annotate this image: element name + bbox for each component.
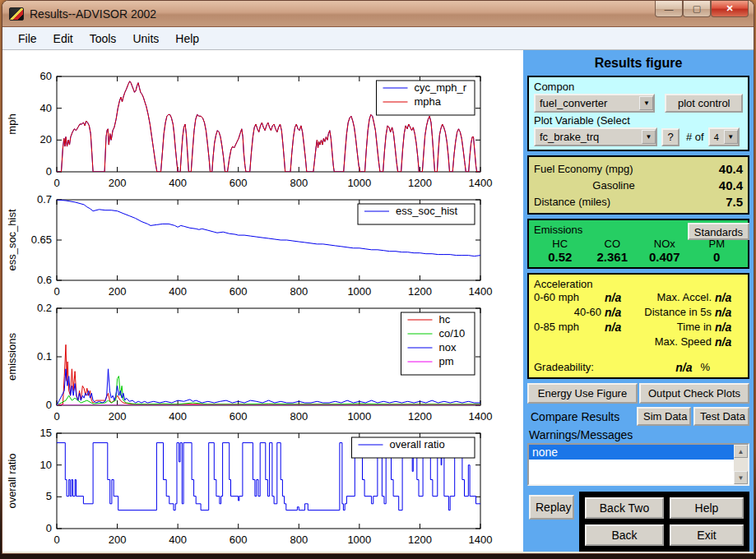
y-axis-label: emissions (6, 333, 18, 381)
y-tick-label: 0 (46, 399, 52, 411)
num-axes-dropdown[interactable]: 4 ▼ (708, 127, 740, 146)
menu-edit[interactable]: Edit (46, 30, 81, 48)
y-axis-label: mph (6, 113, 18, 134)
nox-value: 0.407 (638, 250, 691, 264)
menubar: File Edit Tools Units Help (2, 27, 754, 50)
menu-file[interactable]: File (11, 30, 44, 48)
legend-box (401, 312, 475, 375)
navigation-button-group: Back Two Help Back Exit (579, 492, 749, 552)
x-tick-label: 200 (109, 410, 127, 423)
y-tick-label: 0.1 (37, 350, 52, 363)
titlebar[interactable]: Results--ADVISOR 2002 — ▢ ✕ (2, 1, 754, 27)
x-tick-label: 0 (53, 410, 59, 423)
sim-data-button[interactable]: Sim Data (637, 407, 691, 426)
y-tick-label: 0.65 (31, 233, 52, 246)
x-tick-label: 200 (109, 177, 127, 189)
y-tick-label: 0 (46, 522, 52, 534)
fuel-economy-box: Fuel Economy (mpg) 40.4 Gasoline 40.4 Di… (527, 155, 749, 215)
plot-control-button[interactable]: plot control (665, 94, 743, 113)
time-in-label: Time in (636, 320, 713, 335)
y-tick-label: 20 (40, 133, 52, 146)
x-tick-label: 1400 (469, 410, 493, 423)
x-tick-label: 1200 (408, 534, 432, 546)
nox-label: NOx (638, 238, 691, 250)
legend-entry-label: hc (439, 313, 451, 326)
x-tick-label: 1000 (347, 285, 371, 298)
accel-0-85-label: 0-85 mph (534, 320, 603, 335)
max-accel-value: n/a (713, 290, 743, 305)
standards-button[interactable]: Standards (688, 223, 749, 240)
max-accel-label: Max. Accel. (636, 290, 713, 305)
x-tick-label: 800 (290, 410, 308, 423)
scroll-down-button[interactable]: ▼ (734, 471, 748, 484)
component-value: fuel_converter (540, 97, 607, 109)
x-tick-label: 1400 (469, 177, 493, 189)
y-axis-label: ess_soc_hist (6, 209, 18, 271)
y-tick-label: 0.6 (37, 274, 52, 286)
warning-message-item[interactable]: none (529, 445, 734, 460)
x-tick-label: 1400 (469, 285, 493, 298)
exit-button[interactable]: Exit (670, 524, 744, 546)
legend-entry-label: cyc_mph_r (415, 81, 467, 94)
warnings-listbox[interactable]: none ▲ ▼ (527, 443, 749, 486)
co-value: 2.361 (587, 250, 639, 264)
menu-tools[interactable]: Tools (82, 30, 124, 48)
chevron-down-icon[interactable]: ▼ (639, 96, 653, 110)
component-dropdown[interactable]: fuel_converter ▼ (534, 94, 655, 113)
accel-40-60-label: 40-60 (534, 305, 603, 320)
legend-entry-label: mpha (415, 95, 442, 108)
menu-units[interactable]: Units (125, 30, 166, 48)
scroll-up-button[interactable]: ▲ (734, 445, 748, 458)
legend-entry-label: overall ratio (390, 438, 445, 450)
distance-5s-label: Distance in 5s (636, 305, 713, 320)
energy-use-figure-button[interactable]: Energy Use Figure (527, 383, 638, 404)
compare-results-button[interactable]: Compare Results (527, 410, 637, 423)
x-tick-label: 1000 (347, 177, 371, 189)
output-check-plots-button[interactable]: Output Check Plots (639, 383, 749, 404)
window-title: Results--ADVISOR 2002 (30, 7, 156, 21)
menu-help[interactable]: Help (168, 30, 206, 48)
accel-0-60-value: n/a (603, 290, 636, 305)
gradeability-label: Gradeability: (534, 361, 674, 374)
results-panel: Results figure Compon fuel_converter ▼ p… (523, 50, 754, 552)
back-two-button[interactable]: Back Two (585, 497, 664, 519)
test-data-button[interactable]: Test Data (693, 407, 749, 426)
accel-0-60-label: 0-60 mph (534, 290, 603, 305)
advisor-results-window: Results--ADVISOR 2002 — ▢ ✕ File Edit To… (2, 0, 754, 554)
maximize-button[interactable]: ▢ (683, 1, 711, 17)
accel-0-85-value: n/a (603, 320, 636, 335)
x-tick-label: 400 (169, 410, 187, 423)
gasoline-value: 40.4 (693, 178, 743, 192)
x-tick-label: 1000 (347, 534, 371, 546)
plots-area: 02004006008001000120014000204060mphcyc_m… (2, 50, 523, 552)
help-question-button[interactable]: ? (661, 128, 679, 146)
plot-variable-dropdown[interactable]: fc_brake_trq ▼ (534, 127, 657, 146)
chevron-down-icon[interactable]: ▼ (642, 130, 656, 144)
y-axis-label: overall ratio (6, 453, 18, 508)
gradeability-value: n/a (674, 361, 692, 374)
back-button[interactable]: Back (585, 524, 664, 546)
minimize-button[interactable]: — (655, 1, 683, 17)
x-tick-label: 0 (53, 285, 59, 298)
chevron-down-icon[interactable]: ▼ (724, 130, 738, 144)
help-button[interactable]: Help (670, 497, 744, 519)
replay-button[interactable]: Replay (529, 495, 574, 520)
fuel-economy-label: Fuel Economy (mpg) (534, 163, 693, 175)
legend-entry-label: co/10 (439, 327, 466, 340)
x-tick-label: 800 (290, 285, 308, 298)
scroll-up-icon: ▲ (738, 448, 744, 455)
plot-variable-value: fc_brake_trq (540, 131, 599, 143)
gradeability-unit: % (700, 361, 710, 374)
x-tick-label: 0 (53, 534, 59, 546)
close-button[interactable]: ✕ (711, 1, 749, 17)
y-tick-label: 60 (40, 70, 52, 82)
listbox-scrollbar[interactable]: ▲ ▼ (734, 445, 748, 484)
warnings-label: Warnings/Messages (529, 428, 749, 441)
legend-entry-label: ess_soc_hist (396, 205, 458, 217)
component-label: Compon (534, 81, 743, 93)
hc-label: HC (534, 238, 587, 250)
y-tick-label: 0.2 (37, 302, 52, 314)
fuel-economy-value: 40.4 (693, 162, 743, 176)
x-tick-label: 600 (230, 285, 248, 298)
y-tick-label: 15 (40, 427, 52, 439)
